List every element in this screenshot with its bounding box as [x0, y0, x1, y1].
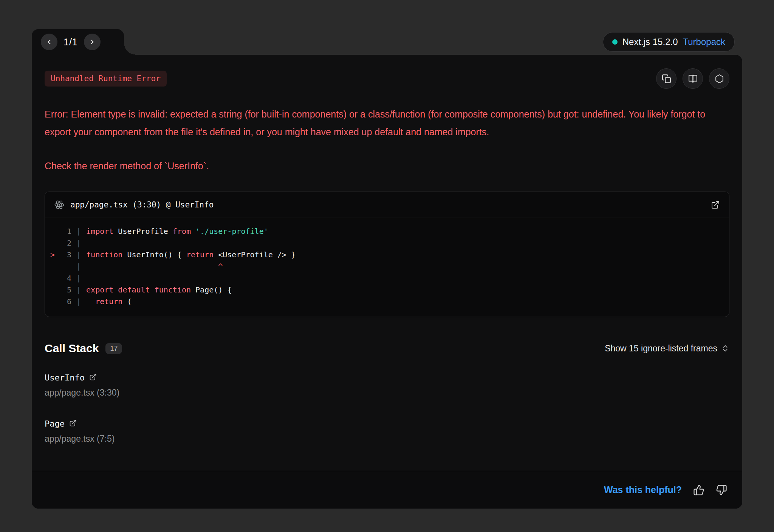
docs-book-icon — [688, 74, 698, 84]
error-dialog-content: Unhandled Runtime Error Error: Element t… — [32, 55, 742, 471]
show-ignored-frames-toggle[interactable]: Show 15 ignore-listed frames — [605, 343, 729, 354]
code-line: | ^ — [45, 261, 729, 272]
code-line: 6| return ( — [45, 296, 729, 308]
react-logo-icon — [54, 200, 65, 210]
error-header-row: Unhandled Runtime Error — [45, 68, 729, 89]
error-type-badge: Unhandled Runtime Error — [45, 71, 167, 87]
turbopack-label: Turbopack — [683, 37, 726, 47]
next-error-button[interactable] — [84, 34, 101, 50]
error-hint: Check the render method of `UserInfo`. — [45, 158, 729, 173]
feedback-footer: Was this helpful? — [32, 471, 742, 509]
copy-error-button[interactable] — [656, 68, 676, 89]
callstack-frame: UserInfo app/page.tsx (3:30) — [45, 373, 729, 398]
callstack-count-badge: 17 — [105, 343, 122, 354]
nextjs-version-label: Next.js 15.2.0 — [622, 37, 678, 47]
open-in-editor-button[interactable] — [711, 200, 720, 209]
error-pagination-counter: 1/1 — [63, 37, 78, 48]
previous-error-button[interactable] — [41, 34, 57, 50]
version-pill[interactable]: Next.js 15.2.0 Turbopack — [603, 32, 735, 52]
frame-name[interactable]: Page — [45, 419, 65, 428]
thumbs-down-icon — [716, 484, 727, 496]
code-line: 2| — [45, 237, 729, 249]
thumbs-up-icon — [693, 484, 704, 496]
code-lines: 1|import UserProfile from './user-profil… — [45, 218, 729, 317]
callstack-frames: UserInfo app/page.tsx (3:30) Page app/pa… — [45, 373, 729, 444]
code-frame-header: app/page.tsx (3:30) @ UserInfo — [45, 192, 729, 218]
code-line: 1|import UserProfile from './user-profil… — [45, 226, 729, 237]
callstack-frame: Page app/page.tsx (7:5) — [45, 419, 729, 444]
status-dot — [612, 39, 618, 45]
error-overlay: 1/1 Next.js 15.2.0 Turbopack Unhandled R… — [32, 29, 742, 509]
external-link-icon — [69, 419, 77, 427]
thumbs-down-button[interactable] — [716, 484, 727, 496]
copy-icon — [662, 74, 671, 84]
show-ignored-frames-label: Show 15 ignore-listed frames — [605, 343, 717, 354]
external-link-icon — [711, 200, 720, 209]
node-inspector-button[interactable] — [709, 68, 729, 89]
frame-name-row: Page — [45, 419, 729, 428]
chevron-right-icon — [88, 38, 96, 46]
frame-location: app/page.tsx (7:5) — [45, 434, 729, 444]
header-icon-buttons — [656, 68, 729, 89]
code-frame: app/page.tsx (3:30) @ UserInfo 1|import … — [45, 192, 729, 317]
pagination-tab: 1/1 — [32, 29, 124, 55]
docs-button[interactable] — [683, 68, 703, 89]
chevron-left-icon — [45, 38, 53, 46]
frame-name-row: UserInfo — [45, 373, 729, 382]
chevrons-up-down-icon — [721, 344, 729, 353]
frame-open-source-button[interactable] — [69, 419, 77, 428]
node-hexagon-icon — [715, 74, 724, 84]
thumbs-up-button[interactable] — [693, 484, 704, 496]
code-frame-title: app/page.tsx (3:30) @ UserInfo — [70, 200, 705, 209]
error-message: Error: Element type is invalid: expected… — [45, 105, 725, 141]
error-dialog-panel: Unhandled Runtime Error Error: Element t… — [32, 55, 742, 509]
callstack-title: Call Stack — [45, 342, 99, 355]
code-line: 5|export default function Page() { — [45, 284, 729, 296]
code-line: 4| — [45, 272, 729, 284]
frame-location: app/page.tsx (3:30) — [45, 388, 729, 398]
frame-name[interactable]: UserInfo — [45, 373, 85, 382]
frame-open-source-button[interactable] — [89, 373, 97, 382]
external-link-icon — [89, 373, 97, 381]
code-line: >3|function UserInfo() { return <UserPro… — [45, 249, 729, 261]
helpful-label: Was this helpful? — [604, 484, 682, 495]
callstack-header: Call Stack 17 Show 15 ignore-listed fram… — [45, 342, 729, 355]
callstack-title-group: Call Stack 17 — [45, 342, 122, 355]
